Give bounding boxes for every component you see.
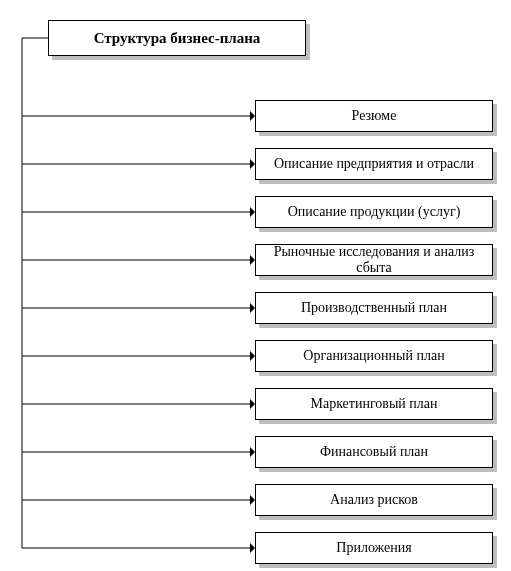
item-box: Организационный план xyxy=(255,340,493,372)
item-box: Описание предприятия и отрасли xyxy=(255,148,493,180)
item-box: Рыночные исследования и анализ сбыта xyxy=(255,244,493,276)
item-box: Описание продукции (услуг) xyxy=(255,196,493,228)
item-box: Финансовый план xyxy=(255,436,493,468)
item-box: Производственный план xyxy=(255,292,493,324)
item-box: Анализ рисков xyxy=(255,484,493,516)
item-box: Резюме xyxy=(255,100,493,132)
title-box: Структура бизнес-плана xyxy=(48,20,306,56)
item-box: Приложения xyxy=(255,532,493,564)
item-box: Маркетинговый план xyxy=(255,388,493,420)
